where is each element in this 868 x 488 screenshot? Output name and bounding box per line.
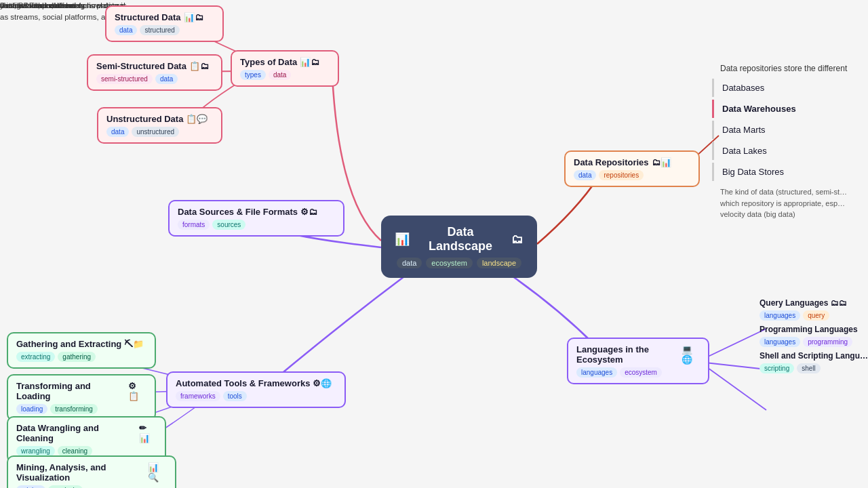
- semi-tag-data: data: [155, 74, 178, 84]
- auto-title: Automated Tools & Frameworks: [176, 378, 310, 388]
- center-emoji1: 📊: [395, 232, 410, 247]
- query-emoji: 🗂🗂: [831, 298, 847, 308]
- transform-tag-load: loading: [16, 404, 47, 414]
- query-lang-item[interactable]: Query Languages 🗂🗂 languages query: [760, 298, 868, 321]
- mining-title: Mining, Analysis, and Visualization: [16, 462, 145, 483]
- sources-emoji: ⚙🗂: [300, 207, 317, 217]
- prog-tag-lang: languages: [760, 337, 800, 347]
- wrangle-tags: wrangling cleaning: [16, 446, 157, 456]
- auto-tag-tools: tools: [223, 391, 247, 401]
- data-repositories-node[interactable]: Data Repositories 🗂📊 data repositories: [564, 150, 700, 187]
- prog-tag-prog: programming: [803, 337, 852, 347]
- repos-item-databases[interactable]: Databases: [712, 79, 868, 97]
- mining-node[interactable]: Mining, Analysis, and Visualization 📊🔍 m…: [7, 455, 176, 488]
- right-lang-panel: Query Languages 🗂🗂 languages query Progr…: [760, 298, 868, 373]
- mining-tag-analysis: analysis: [48, 485, 82, 488]
- unstruct-tags: data unstructured: [106, 127, 213, 137]
- shell-title: Shell and Scripting Langu…: [760, 351, 868, 361]
- repos-tag-data: data: [574, 170, 596, 180]
- structured-tag-struct: structured: [140, 25, 179, 35]
- query-tag-query: query: [803, 310, 829, 321]
- shell-tag-shell: shell: [797, 363, 821, 373]
- shell-tag-script: scripting: [760, 363, 794, 373]
- repos-emoji: 🗂📊: [652, 157, 671, 167]
- gather-tag-gather: gathering: [58, 352, 96, 362]
- lang-eco-emoji: 💻🌐: [682, 344, 700, 365]
- center-tag-land: landscape: [477, 258, 521, 268]
- repos-tag-repos: repositories: [599, 170, 644, 180]
- unstruct-emoji: 📋💬: [186, 114, 208, 124]
- types-of-data-node[interactable]: Types of Data 📊🗂 types data: [231, 50, 339, 87]
- structured-tags: data structured: [115, 25, 214, 35]
- sources-tags: formats sources: [178, 220, 335, 230]
- shell-lang-item[interactable]: Shell and Scripting Langu… scripting she…: [760, 351, 868, 373]
- sources-title: Data Sources & File Formats: [178, 207, 298, 217]
- structured-tag-data: data: [115, 25, 137, 35]
- prog-lang-item[interactable]: Programming Languages languages programm…: [760, 325, 868, 347]
- structured-title: Structured Data: [115, 12, 181, 22]
- repos-item-marts[interactable]: Data Marts: [712, 121, 868, 139]
- transform-emoji: ⚙📋: [128, 381, 146, 401]
- transform-tags: loading transforming: [16, 404, 146, 414]
- gather-tag-extract: extracting: [16, 352, 55, 362]
- semi-tag-semi: semi-structured: [96, 74, 153, 84]
- center-title: 📊 Data Landscape 🗂: [395, 225, 524, 253]
- center-tag-data: data: [397, 258, 422, 268]
- semi-structured-node[interactable]: Semi-Structured Data 📋🗂 semi-structured …: [87, 54, 222, 91]
- unstruct-tag-data: data: [106, 127, 129, 137]
- types-tag-data: data: [269, 70, 291, 80]
- auto-emoji: ⚙🌐: [313, 378, 332, 388]
- center-tag-eco: ecosystem: [426, 258, 473, 268]
- sources-tag-sources: sources: [212, 220, 245, 230]
- center-node[interactable]: 📊 Data Landscape 🗂 data ecosystem landsc…: [381, 216, 537, 278]
- lang-eco-tags: languages ecosystem: [576, 367, 700, 378]
- structured-data-node[interactable]: Structured Data 📊🗂 data structured: [105, 5, 224, 42]
- semi-title: Semi-Structured Data: [96, 61, 186, 71]
- unstructured-node[interactable]: Unstructured Data 📋💬 data unstructured: [97, 107, 222, 144]
- mind-map-canvas: bases and spreadsheets Jin rows and colu…: [0, 0, 868, 488]
- auto-tag-frameworks: frameworks: [176, 391, 220, 401]
- lang-eco-title: Languages in the Ecosystem: [576, 344, 679, 365]
- gather-tags: extracting gathering: [16, 352, 146, 362]
- types-title: Types of Data: [240, 57, 297, 67]
- mining-tag-mine: mining: [16, 485, 45, 488]
- automated-tools-node[interactable]: Automated Tools & Frameworks ⚙🌐 framewor…: [166, 371, 346, 408]
- transform-title: Transforming and Loading: [16, 381, 125, 401]
- center-emoji2: 🗂: [511, 232, 524, 247]
- data-sources-node[interactable]: Data Sources & File Formats ⚙🗂 formats s…: [168, 200, 344, 237]
- repos-panel-header: Data repositories store the different: [712, 61, 868, 79]
- types-tag-types: types: [240, 70, 266, 80]
- unstruct-title: Unstructured Data: [106, 114, 183, 124]
- repos-item-warehouses[interactable]: Data Warehouses: [712, 100, 868, 118]
- gather-title: Gathering and Extracting: [16, 339, 121, 349]
- mining-emoji: 📊🔍: [148, 462, 167, 483]
- mining-tags: mining analysis: [16, 485, 167, 488]
- languages-ecosystem-node[interactable]: Languages in the Ecosystem 💻🌐 languages …: [567, 338, 709, 384]
- lang-eco-tag-lang: languages: [576, 367, 617, 378]
- wrangle-title: Data Wrangling and Cleaning: [16, 423, 136, 443]
- repos-panel-desc: The kind of data (structured, semi-st… w…: [712, 184, 868, 223]
- center-tags: data ecosystem landscape: [395, 258, 524, 268]
- unstruct-tag-unstruct: unstructured: [132, 127, 179, 137]
- prog-title: Programming Languages: [760, 325, 858, 334]
- repos-item-bigdata[interactable]: Big Data Stores: [712, 163, 868, 181]
- wrangle-tag-wrangle: wrangling: [16, 446, 55, 456]
- types-tags: types data: [240, 70, 330, 80]
- right-repos-panel: Data repositories store the different Da…: [712, 61, 868, 223]
- semi-emoji: 📋🗂: [189, 61, 209, 71]
- repos-title: Data Repositories: [574, 157, 649, 167]
- repos-tags: data repositories: [574, 170, 690, 180]
- lang-eco-tag-eco: ecosystem: [620, 367, 662, 378]
- transform-tag-trans: transforming: [50, 404, 98, 414]
- wrangle-tag-clean: cleaning: [58, 446, 92, 456]
- query-tag-lang: languages: [760, 310, 800, 321]
- wrangle-emoji: ✏📊: [139, 423, 157, 443]
- gather-emoji: ⛏📁: [124, 339, 144, 349]
- repos-item-lakes[interactable]: Data Lakes: [712, 142, 868, 160]
- structured-emoji: 📊🗂: [184, 12, 203, 22]
- sources-tag-formats: formats: [178, 220, 210, 230]
- transforming-node[interactable]: Transforming and Loading ⚙📋 loading tran…: [7, 374, 156, 421]
- types-emoji: 📊🗂: [300, 57, 319, 67]
- query-title: Query Languages: [760, 298, 828, 308]
- gathering-node[interactable]: Gathering and Extracting ⛏📁 extracting g…: [7, 332, 156, 369]
